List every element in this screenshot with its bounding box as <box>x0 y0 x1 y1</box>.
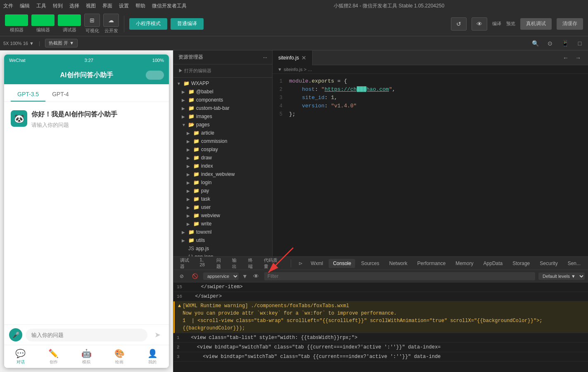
folder-custom-tab-bar[interactable]: ▶ 📁 custom-tab-bar <box>173 104 272 112</box>
search-icon-btn[interactable]: 🔍 <box>530 38 540 48</box>
editor-tool: 编辑器 <box>31 14 55 33</box>
breadcrumb-path: siteinfo.js > … <box>284 67 312 72</box>
devtools-tab-storage[interactable]: Storage <box>508 259 534 268</box>
console-filter-input[interactable] <box>264 272 535 280</box>
filter-source-select[interactable]: appservice <box>203 272 239 280</box>
folder-towxml[interactable]: ▶ 📁 towxml <box>173 228 272 236</box>
menu-item-edit[interactable]: 编辑 <box>20 2 30 9</box>
cosplay-label: cosplay <box>201 147 218 152</box>
folder-pages[interactable]: ▼ 📂 pages <box>173 121 272 129</box>
devtools-tab-appdata[interactable]: AppData <box>479 259 507 268</box>
user-label: user <box>201 204 211 210</box>
nav-forward-btn[interactable]: → <box>573 53 583 63</box>
devtools-tab-more[interactable]: Sen... <box>564 259 585 268</box>
menu-item-view[interactable]: 视图 <box>86 2 96 9</box>
menu-item-ui[interactable]: 界面 <box>102 2 112 9</box>
menu-item-settings[interactable]: 设置 <box>119 2 129 9</box>
folder-login[interactable]: ▶ 📁 login <box>173 178 272 187</box>
folder-cosplay[interactable]: ▶ 📁 cosplay <box>173 145 272 154</box>
folder-commission[interactable]: ▶ 📁 commission <box>173 137 272 145</box>
file-tree-more[interactable]: ··· <box>263 54 267 60</box>
folder-user[interactable]: ▶ 📁 user <box>173 203 272 211</box>
folder-components[interactable]: ▶ 📁 components <box>173 96 272 104</box>
filter-eye-btn[interactable]: 👁 <box>251 271 261 281</box>
folder-index-webview[interactable]: ▶ 📁 index_webview <box>173 170 272 178</box>
compile-select-btn[interactable]: 普通编译 <box>171 18 204 30</box>
phone-icon-btn[interactable]: 📱 <box>560 38 570 48</box>
console-clear-btn[interactable]: 🚫 <box>190 271 200 281</box>
devtools-tab-sources[interactable]: Sources <box>357 259 383 268</box>
debugger-btn[interactable] <box>58 14 81 26</box>
menu-item-goto[interactable]: 转到 <box>53 2 63 9</box>
folder-webview[interactable]: ▶ 📁 webview <box>173 211 272 220</box>
folder-task[interactable]: ▶ 📁 task <box>173 195 272 203</box>
phone-tabbar-create[interactable]: ✏️ 创作 <box>37 345 70 368</box>
devtools-tab-memory[interactable]: Memory <box>451 259 477 268</box>
filter-level-select[interactable]: Default levels ▼ <box>538 272 585 280</box>
folder-pay[interactable]: ▶ 📁 pay <box>173 187 272 195</box>
nav-back-btn[interactable]: ← <box>561 53 571 63</box>
send-btn[interactable]: ➤ <box>151 328 164 341</box>
zoom-info[interactable]: 5X 100% 16 ▼ <box>3 41 34 46</box>
visualize-btn[interactable]: ⊞ <box>84 14 100 27</box>
folder-babel[interactable]: ▶ 📁 @babel <box>173 88 272 96</box>
editor-btn[interactable] <box>31 14 55 26</box>
cosplay-folder-icon: 📁 <box>193 147 199 152</box>
simulate-icon: 🤖 <box>81 348 92 358</box>
devtools-status-problems[interactable]: 问题 <box>213 256 227 270</box>
open-files-label[interactable]: ▶ 打开的编辑器 <box>173 66 272 76</box>
menu-item-tools[interactable]: 工具 <box>36 2 46 9</box>
phone-tabbar-paint[interactable]: 🎨 绘画 <box>103 345 136 368</box>
file-tree-title: 资源管理器 <box>178 54 203 61</box>
clear-cache-btn[interactable]: 清缓存 <box>557 18 583 30</box>
devtools-status-output[interactable]: 输出 <box>229 256 243 270</box>
menu-item-select[interactable]: 选择 <box>69 2 79 9</box>
phone-tabs: GPT-3.5 GPT-4 <box>4 84 169 102</box>
folder-draw[interactable]: ▶ 📁 draw <box>173 154 272 162</box>
file-app-js[interactable]: ▶ JS app.js <box>173 244 272 253</box>
devtools-tab-network[interactable]: Network <box>385 259 411 268</box>
menu-item-help[interactable]: 帮助 <box>135 2 145 9</box>
hotkey-btn[interactable]: 热截图 开 ▼ <box>45 39 78 47</box>
cloud-btn[interactable]: ☁ <box>103 14 119 27</box>
phone-tabbar-chat[interactable]: 💬 对话 <box>4 345 37 368</box>
folder-index[interactable]: ▶ 📁 index <box>173 162 272 170</box>
phone-status-bar: WeChat 3:27 100% <box>4 54 169 66</box>
real-debug-btn[interactable]: 真机调试 <box>520 18 552 30</box>
devtools-tab-wxml[interactable]: Wxml <box>306 259 327 268</box>
devtools-status-terminal[interactable]: 终端 <box>245 256 259 270</box>
phone-tabbar-simulate[interactable]: 🤖 模拟 <box>70 345 103 368</box>
folder-utils[interactable]: ▶ 📁 utils <box>173 236 272 244</box>
tab-gpt4[interactable]: GPT-4 <box>45 88 75 102</box>
console-block-btn[interactable]: ⊘ <box>177 271 187 281</box>
toggle-switch[interactable] <box>146 71 164 80</box>
editor-tab-siteinfo[interactable]: siteinfo.js ✕ <box>273 50 313 65</box>
phone-tabbar-me[interactable]: 👤 我的 <box>136 345 169 368</box>
login-label: login <box>201 180 211 185</box>
devtools-status-quality[interactable]: 代码质量 <box>261 256 282 270</box>
refresh-btn[interactable]: ↺ <box>451 17 467 31</box>
code-content[interactable]: 1 module.exports = { 2 host: "https://ch… <box>273 74 588 256</box>
preview-icon-btn[interactable]: 👁 <box>472 17 487 31</box>
simulator-btn[interactable] <box>5 14 28 26</box>
phone-time: 3:27 <box>84 58 93 63</box>
tab-close-btn[interactable]: ✕ <box>301 54 306 61</box>
folder-write[interactable]: ▶ 📁 write <box>173 220 272 228</box>
menu-item-file[interactable]: 文件 <box>3 2 13 9</box>
devtools-tab-performance[interactable]: Performance <box>413 259 450 268</box>
folder-images[interactable]: ▶ 📁 images <box>173 112 272 121</box>
phone-input[interactable] <box>26 329 147 341</box>
devtools-status-debugger[interactable]: 调试器 <box>177 256 195 270</box>
square-icon-btn[interactable]: □ <box>575 38 585 48</box>
folder-article[interactable]: ▶ 📁 article <box>173 129 272 137</box>
tab-gpt35[interactable]: GPT-3.5 <box>11 88 45 102</box>
voice-btn[interactable]: 🎤 <box>9 328 22 341</box>
devtools-tab-security[interactable]: Security <box>536 259 562 268</box>
devtools-nav-btn[interactable]: ⊳ <box>296 258 305 268</box>
miniprogram-mode-btn[interactable]: 小程序模式 <box>129 18 167 30</box>
devtools-tab-console[interactable]: Console <box>329 259 355 268</box>
menu-item-wechat[interactable]: 微信开发者工具 <box>152 2 187 9</box>
dot-icon-btn[interactable]: ⊙ <box>545 38 555 48</box>
wxapp-root[interactable]: ▼ 📁 WXAPP <box>173 79 272 88</box>
babel-label: @babel <box>196 89 213 95</box>
